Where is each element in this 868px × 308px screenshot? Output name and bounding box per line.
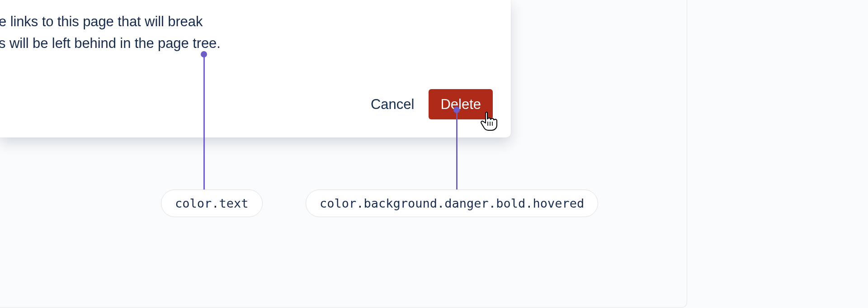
confirmation-dialog: e links to this page that will break s w… bbox=[0, 0, 511, 137]
annotation-connector-line bbox=[456, 110, 458, 191]
delete-button[interactable]: Delete bbox=[429, 89, 493, 119]
token-label-danger-hovered: color.background.danger.bold.hovered bbox=[306, 190, 598, 217]
annotation-connector-line bbox=[203, 54, 205, 191]
delete-button-label: Delete bbox=[440, 96, 481, 112]
pointer-cursor-icon bbox=[480, 111, 497, 131]
dialog-actions: Cancel Delete bbox=[367, 89, 493, 119]
dialog-body-line-1: e links to this page that will break bbox=[0, 11, 493, 33]
token-label-text: color.text bbox=[161, 190, 263, 217]
dialog-body-line-2: s will be left behind in the page tree. bbox=[0, 33, 493, 54]
token-label-text-value: color.text bbox=[175, 196, 249, 210]
dialog-body-text: e links to this page that will break s w… bbox=[0, 11, 493, 54]
token-label-danger-hovered-value: color.background.danger.bold.hovered bbox=[320, 196, 584, 210]
cancel-button[interactable]: Cancel bbox=[367, 89, 418, 119]
